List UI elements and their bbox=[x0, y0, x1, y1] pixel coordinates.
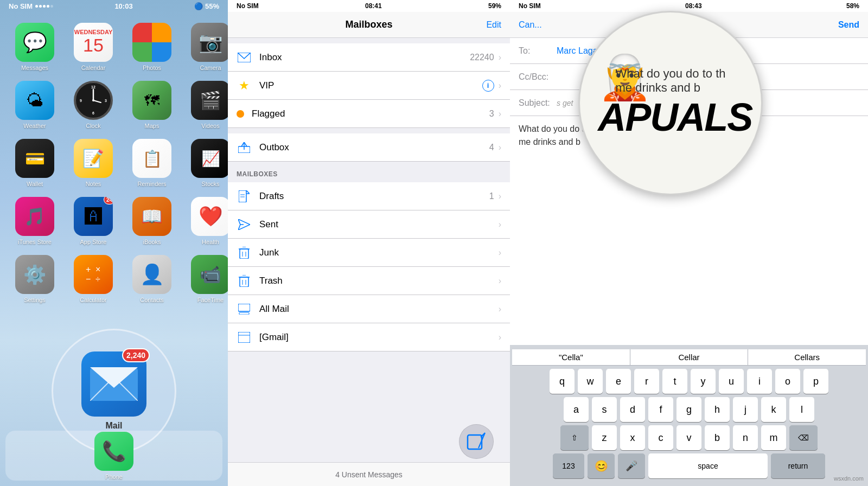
shift-key[interactable]: ⇧ bbox=[560, 425, 589, 450]
app-weather[interactable]: 🌤 Weather bbox=[11, 81, 59, 129]
app-grid: 💬 Messages WEDNESDAY 15 Calendar Photos … bbox=[0, 14, 228, 312]
app-ibooks[interactable]: 📖 iBooks bbox=[128, 197, 176, 245]
facetime-icon[interactable]: 📹 bbox=[191, 255, 230, 294]
key-h[interactable]: h bbox=[705, 397, 730, 422]
app-calendar[interactable]: WEDNESDAY 15 Calendar bbox=[69, 23, 117, 71]
key-x[interactable]: x bbox=[620, 425, 645, 450]
key-g[interactable]: g bbox=[676, 397, 701, 422]
inbox-row[interactable]: Inbox 22240 › bbox=[228, 43, 510, 72]
appstore-icon[interactable]: 🅰 24 bbox=[74, 197, 113, 236]
key-r[interactable]: r bbox=[634, 369, 659, 394]
sent-row[interactable]: Sent › bbox=[228, 210, 510, 239]
key-v[interactable]: v bbox=[676, 425, 701, 450]
app-videos[interactable]: 🎬 Videos bbox=[187, 81, 234, 129]
key-b[interactable]: b bbox=[705, 425, 730, 450]
app-settings[interactable]: ⚙️ Settings bbox=[11, 255, 59, 303]
app-wallet[interactable]: 💳 Wallet bbox=[11, 139, 59, 187]
contacts-icon[interactable]: 👤 bbox=[132, 255, 171, 294]
health-icon[interactable]: ❤️ bbox=[191, 197, 230, 236]
numbers-key[interactable]: 123 bbox=[553, 453, 584, 478]
return-key[interactable]: return bbox=[771, 453, 825, 478]
key-e[interactable]: e bbox=[606, 369, 631, 394]
key-t[interactable]: t bbox=[662, 369, 687, 394]
key-n[interactable]: n bbox=[733, 425, 758, 450]
key-f[interactable]: f bbox=[648, 397, 673, 422]
weather-icon[interactable]: 🌤 bbox=[15, 81, 54, 120]
app-reminders[interactable]: 📋 Reminders bbox=[128, 139, 176, 187]
svg-rect-30 bbox=[240, 277, 248, 287]
junk-row[interactable]: Junk › bbox=[228, 239, 510, 267]
maps-label: Maps bbox=[145, 123, 159, 129]
emoji-key[interactable]: 😊 bbox=[588, 453, 615, 478]
app-messages[interactable]: 💬 Messages bbox=[11, 23, 59, 71]
key-s[interactable]: s bbox=[592, 397, 617, 422]
key-m[interactable]: m bbox=[761, 425, 786, 450]
ibooks-icon[interactable]: 📖 bbox=[132, 197, 171, 236]
notes-icon[interactable]: 📝 bbox=[74, 139, 113, 178]
dock-phone[interactable]: 📞 Phone bbox=[94, 432, 133, 480]
calculator-icon[interactable]: + × − ÷ bbox=[74, 255, 113, 294]
phone-icon[interactable]: 📞 bbox=[94, 432, 133, 471]
key-y[interactable]: y bbox=[691, 369, 716, 394]
gmail-row[interactable]: [Gmail] › bbox=[228, 323, 510, 351]
space-key[interactable]: space bbox=[648, 453, 768, 478]
key-u[interactable]: u bbox=[719, 369, 744, 394]
app-health[interactable]: ❤️ Health bbox=[187, 197, 234, 245]
delete-key[interactable]: ⌫ bbox=[789, 425, 818, 450]
allmail-row[interactable]: All Mail › bbox=[228, 295, 510, 323]
compose-button[interactable] bbox=[459, 424, 494, 459]
key-l[interactable]: l bbox=[789, 397, 814, 422]
key-c[interactable]: c bbox=[648, 425, 673, 450]
key-p[interactable]: p bbox=[803, 369, 828, 394]
key-i[interactable]: i bbox=[747, 369, 772, 394]
suggestion-cellar[interactable]: Cellar bbox=[630, 349, 749, 365]
messages-icon[interactable]: 💬 bbox=[15, 23, 54, 62]
mail-large-icon[interactable]: 2,240 bbox=[81, 351, 146, 417]
itunes-icon[interactable]: 🎵 bbox=[15, 197, 54, 236]
app-facetime[interactable]: 📹 FaceTime bbox=[187, 255, 234, 303]
flagged-label: Flagged bbox=[252, 108, 489, 119]
key-d[interactable]: d bbox=[620, 397, 645, 422]
clock-icon[interactable]: 12 3 6 9 bbox=[74, 81, 113, 120]
outbox-row[interactable]: Outbox 4 › bbox=[228, 133, 510, 162]
cancel-button[interactable]: Can... bbox=[519, 20, 542, 30]
app-appstore[interactable]: 🅰 24 App Store bbox=[69, 197, 117, 245]
vip-row[interactable]: ★ VIP i › bbox=[228, 72, 510, 100]
key-o[interactable]: o bbox=[775, 369, 800, 394]
key-k[interactable]: k bbox=[761, 397, 786, 422]
stocks-icon[interactable]: 📈 bbox=[191, 139, 230, 178]
svg-rect-39 bbox=[468, 435, 482, 449]
flagged-row[interactable]: Flagged 3 › bbox=[228, 100, 510, 128]
trash-row[interactable]: Trash › bbox=[228, 267, 510, 295]
mic-key[interactable]: 🎤 bbox=[618, 453, 645, 478]
maps-icon[interactable]: 🗺 bbox=[132, 81, 171, 120]
calendar-icon[interactable]: WEDNESDAY 15 bbox=[74, 23, 113, 62]
reminders-icon[interactable]: 📋 bbox=[132, 139, 171, 178]
wallet-icon[interactable]: 💳 bbox=[15, 139, 54, 178]
key-j[interactable]: j bbox=[733, 397, 758, 422]
send-button[interactable]: Send bbox=[838, 20, 859, 30]
wallet-label: Wallet bbox=[27, 181, 43, 187]
drafts-row[interactable]: Drafts 1 › bbox=[228, 182, 510, 210]
key-w[interactable]: w bbox=[578, 369, 603, 394]
camera-icon[interactable]: 📷 bbox=[191, 23, 230, 62]
key-q[interactable]: q bbox=[550, 369, 575, 394]
key-a[interactable]: a bbox=[564, 397, 589, 422]
key-z[interactable]: z bbox=[592, 425, 617, 450]
app-camera[interactable]: 📷 Camera bbox=[187, 23, 234, 71]
suggestion-cellars[interactable]: Cellars bbox=[748, 349, 866, 365]
app-itunes[interactable]: 🎵 iTunes Store bbox=[11, 197, 59, 245]
suggestion-cella[interactable]: "Cella" bbox=[512, 349, 630, 365]
app-contacts[interactable]: 👤 Contacts bbox=[128, 255, 176, 303]
app-clock[interactable]: 12 3 6 9 Clock bbox=[69, 81, 117, 129]
magnified-text-1: What do you do to th bbox=[615, 67, 725, 81]
app-stocks[interactable]: 📈 Stocks bbox=[187, 139, 234, 187]
edit-button[interactable]: Edit bbox=[486, 20, 501, 30]
settings-icon[interactable]: ⚙️ bbox=[15, 255, 54, 294]
app-calculator[interactable]: + × − ÷ Calculator bbox=[69, 255, 117, 303]
app-notes[interactable]: 📝 Notes bbox=[69, 139, 117, 187]
app-maps[interactable]: 🗺 Maps bbox=[128, 81, 176, 129]
videos-icon[interactable]: 🎬 bbox=[191, 81, 230, 120]
photos-icon[interactable] bbox=[132, 23, 171, 62]
app-photos[interactable]: Photos bbox=[128, 23, 176, 71]
